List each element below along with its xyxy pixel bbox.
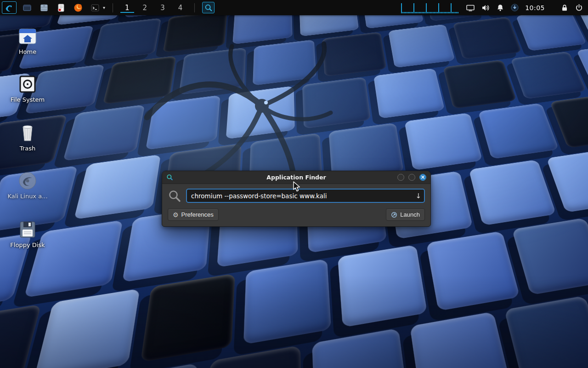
display-icon[interactable] [466, 3, 475, 12]
desktop-icon-label: Home [19, 49, 36, 56]
applications-menu-button[interactable] [2, 1, 17, 14]
history-dropdown-arrow[interactable]: ↓ [415, 189, 421, 203]
desktop-icon-trash[interactable]: Trash [6, 123, 50, 152]
search-icon [168, 189, 181, 203]
firefox-icon [74, 3, 83, 12]
command-input-wrap: ↓ [186, 189, 425, 203]
mouse-cursor [292, 181, 301, 192]
preferences-button[interactable]: ⚙ Preferences [168, 208, 219, 221]
desktop-icon-label: Floppy Disk [10, 242, 45, 249]
desktop-icon-label: Trash [20, 145, 35, 152]
show-desktop-button[interactable] [21, 2, 34, 14]
gear-icon: ⚙ [173, 212, 179, 218]
launch-icon [391, 212, 397, 218]
workspace-4[interactable]: 4 [174, 2, 187, 13]
kali-disk-icon [17, 171, 38, 190]
notification-bell-icon[interactable] [496, 4, 504, 12]
desktop-icon-file-system[interactable]: File System [6, 75, 50, 104]
preferences-button-label: Preferences [181, 211, 214, 218]
logout-icon[interactable] [575, 3, 583, 12]
terminal-launcher[interactable] [89, 2, 102, 14]
application-finder-window: Application Finder × ↓ ⚙ Preferences [162, 171, 431, 227]
window-icon [23, 3, 32, 12]
audio-visualizer[interactable] [401, 2, 460, 13]
desktop-icon-floppy-disk[interactable]: Floppy Disk [6, 220, 50, 249]
lock-icon[interactable] [560, 4, 569, 12]
desktop-icon-kali-linux[interactable]: Kali Linux a... [6, 171, 50, 200]
command-input[interactable] [186, 189, 425, 203]
workspace-1[interactable]: 1 [120, 2, 134, 13]
button-row: ⚙ Preferences Launch [168, 208, 425, 221]
file-manager-launcher[interactable] [38, 2, 51, 14]
trash-icon [17, 123, 38, 143]
launch-button[interactable]: Launch [386, 208, 425, 221]
file-manager-icon [40, 3, 49, 12]
window-title: Application Finder [162, 174, 430, 181]
text-editor-icon [57, 3, 66, 12]
terminal-icon [90, 3, 100, 12]
workspace-3[interactable]: 3 [156, 2, 170, 13]
floppy-disk-icon [17, 220, 38, 239]
panel-separator [113, 3, 113, 12]
panel-right-cluster: 10:05 [401, 2, 588, 13]
workspace-2[interactable]: 2 [138, 2, 152, 13]
home-icon [17, 27, 38, 46]
chevron-down-icon[interactable]: ▾ [103, 5, 105, 10]
firefox-launcher[interactable] [72, 2, 85, 14]
update-indicator-icon[interactable] [510, 3, 519, 12]
minimize-button[interactable] [397, 174, 404, 181]
panel-left-cluster: ▾ 1 2 3 4 [0, 1, 215, 14]
kali-logo-icon [4, 3, 14, 13]
close-button[interactable]: × [419, 174, 426, 181]
search-icon [204, 4, 213, 12]
maximize-button[interactable] [408, 174, 415, 181]
text-editor-launcher[interactable] [55, 2, 68, 14]
application-finder-launcher[interactable] [202, 2, 215, 13]
panel-separator [194, 3, 195, 12]
top-panel: ▾ 1 2 3 4 1 [0, 0, 588, 15]
desktop-icon-label: Kali Linux a... [7, 193, 47, 200]
file-system-icon [17, 75, 38, 94]
desktop-icon-label: File System [11, 97, 45, 104]
launch-button-label: Launch [400, 211, 420, 218]
window-controls: × [397, 174, 426, 181]
clock[interactable]: 10:05 [525, 4, 545, 12]
desktop-icon-home[interactable]: Home [6, 27, 50, 56]
volume-icon[interactable] [481, 3, 490, 12]
